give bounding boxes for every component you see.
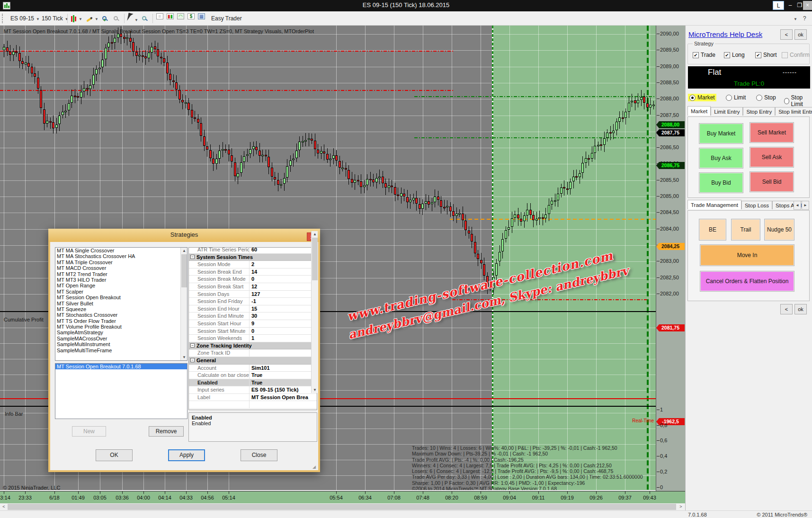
property-row[interactable]: ATR Time Series Peric60 xyxy=(189,247,317,254)
property-value[interactable]: 0 xyxy=(250,276,317,283)
instrument-selector[interactable]: ES 09-15▼ xyxy=(10,13,40,24)
tab-stop-entry[interactable]: Stop Entry xyxy=(743,107,775,116)
property-row[interactable]: Session Days127 xyxy=(189,291,317,298)
strategy-list-item[interactable]: MT Scalper xyxy=(55,289,187,295)
property-value[interactable] xyxy=(250,401,317,408)
panel-back-button[interactable]: < xyxy=(780,29,793,40)
property-value[interactable]: 1 xyxy=(250,335,317,342)
property-row[interactable]: Session End Friday-1 xyxy=(189,298,317,305)
period-selector[interactable]: 150 Tick▼ xyxy=(42,13,69,24)
property-row[interactable]: AccountSim101 xyxy=(189,365,317,372)
mgmt-button-trail[interactable]: Trail xyxy=(731,219,760,241)
available-strategies-list[interactable]: MT MA Single CrossoverMT MA Stochastics … xyxy=(55,247,187,361)
property-row[interactable] xyxy=(189,401,317,409)
property-value[interactable]: Sim101 xyxy=(250,365,317,372)
strategy-list-item[interactable]: MT Session Open Breakout xyxy=(55,295,187,300)
tab-limit-entry[interactable]: Limit Entry xyxy=(711,107,743,116)
property-row[interactable]: EnabledTrue xyxy=(189,379,317,387)
drawing-tools-button[interactable]: ▼ xyxy=(86,13,98,24)
strategy-list-item[interactable]: MT Silver Bullet xyxy=(55,301,187,306)
horizontal-scrollbar[interactable]: < > xyxy=(0,503,685,510)
price-axis[interactable]: 2090,002089,502089,002088,502088,002087,… xyxy=(656,26,685,491)
radio-stop-limit[interactable]: Stop Limit xyxy=(783,94,812,108)
radio-limit[interactable]: Limit xyxy=(724,94,747,101)
tab-stop-limit-entry[interactable]: Stop limit Entry xyxy=(775,107,812,116)
checkbox-long[interactable]: ✔Long xyxy=(724,52,745,58)
sell-button-2[interactable]: Sell Ask xyxy=(750,147,794,168)
property-value[interactable]: 30 xyxy=(250,313,317,320)
property-row[interactable]: Session End Minute30 xyxy=(189,313,317,320)
strategy-list-item[interactable]: MT MA Stochastics Crossover HA xyxy=(55,253,187,259)
strategy-list-item[interactable]: SampleMACrossOver xyxy=(55,336,187,341)
property-row[interactable]: Session End Hour15 xyxy=(189,305,317,313)
property-value[interactable]: True xyxy=(250,372,317,379)
breakout-mid-line[interactable] xyxy=(414,137,656,138)
property-value[interactable]: -1 xyxy=(250,298,317,305)
tab-trade-management[interactable]: Trade Management xyxy=(687,200,741,209)
checkbox-confirm[interactable]: Confirm xyxy=(782,52,810,58)
data-box-button[interactable] xyxy=(142,13,146,24)
strategy-list-item[interactable]: SampleMultiInstrument xyxy=(55,341,187,347)
property-row[interactable]: Calculate on bar closeTrue xyxy=(189,372,317,379)
property-value[interactable]: ES 09-15 (150 Tick) xyxy=(250,386,317,393)
resize-grip[interactable]: ◢ xyxy=(312,464,317,469)
minimize-button[interactable]: – xyxy=(786,1,794,10)
property-value[interactable]: 15 xyxy=(250,305,317,313)
dollar-icon[interactable]: $ xyxy=(187,13,195,19)
tab-scroll-right[interactable]: ► xyxy=(802,201,809,210)
property-row[interactable]: LabelMT Session Open Brea xyxy=(189,394,317,402)
help-desk-link[interactable]: MicroTrends Help Desk xyxy=(688,30,762,38)
collapse-icon[interactable]: − xyxy=(190,255,195,259)
new-button[interactable]: New xyxy=(72,426,106,437)
property-value[interactable]: 2 xyxy=(250,261,317,268)
property-row[interactable]: Session Weekends1 xyxy=(189,335,317,342)
tab-market[interactable]: Market xyxy=(687,106,711,116)
scroll-left-arrow[interactable]: < xyxy=(0,503,8,510)
panel-ok-button-2[interactable]: ok xyxy=(794,304,807,314)
strategy-list-item[interactable]: MT Stochastics Crossover xyxy=(55,312,187,318)
property-value[interactable]: 9 xyxy=(250,320,317,327)
strategy-list-item[interactable]: MT MACD Crossover xyxy=(55,265,187,271)
buy-button-1[interactable]: Buy Market xyxy=(699,123,743,144)
radio-stop[interactable]: Stop xyxy=(755,94,777,101)
strategy-list-item[interactable]: MT TS Order Flow Trader xyxy=(55,318,187,324)
strategy-list-item[interactable]: MT MA Triple Crossover xyxy=(55,259,187,265)
sell-button-3[interactable]: Sell Bid xyxy=(750,171,794,192)
dialog-title-bar[interactable]: Strategies xyxy=(48,229,320,242)
entry-price-line[interactable] xyxy=(450,219,656,220)
remove-button[interactable]: Remove xyxy=(149,426,184,437)
property-row[interactable]: Session Break Start12 xyxy=(189,283,317,291)
panel-collapse-button[interactable]: ▼ xyxy=(792,13,797,24)
tab-stop-loss[interactable]: Stop Loss xyxy=(741,201,772,209)
chart-style-button[interactable]: ▼ xyxy=(71,13,82,24)
strategy-list-item[interactable]: MT MT3 HILO Trader xyxy=(55,277,187,283)
checkbox-trade[interactable]: ✔Trade xyxy=(693,52,715,58)
property-row[interactable]: Input seriesES 09-15 (150 Tick) xyxy=(189,386,317,394)
property-group-row[interactable]: −System Session Times xyxy=(189,254,317,261)
buy-button-2[interactable]: Buy Ask xyxy=(699,148,743,169)
cursor-mode-button[interactable]: ▼ xyxy=(128,13,138,24)
buy-button-3[interactable]: Buy Bid xyxy=(699,172,743,193)
snapshot-icon[interactable]: ◠ xyxy=(177,13,184,19)
property-value[interactable]: 0 xyxy=(250,328,317,335)
strategy-list-item[interactable]: SampleMultiTimeFrame xyxy=(55,348,187,353)
applied-strategy-item[interactable]: MT Session Open Breakout 7.0.1.68 xyxy=(55,364,187,369)
property-value[interactable]: 12 xyxy=(250,283,317,290)
resistance-line-lower[interactable] xyxy=(0,90,454,91)
collapse-icon[interactable]: − xyxy=(190,343,195,348)
scrollbar-thumb[interactable] xyxy=(8,504,676,510)
close-dialog-button[interactable]: Close xyxy=(241,449,277,461)
resistance-line-upper[interactable] xyxy=(0,51,454,52)
zoom-in-button[interactable] xyxy=(102,13,107,24)
property-row[interactable]: Zone Track ID xyxy=(189,349,317,357)
panel-ok-button[interactable]: ok xyxy=(794,29,807,40)
strategy-list-item[interactable]: MT Open Range xyxy=(55,283,187,288)
close-button[interactable]: × xyxy=(803,1,812,10)
cancel-flatten-button[interactable]: Cancel Orders & Flatten Position xyxy=(700,271,794,292)
property-value[interactable]: True xyxy=(250,379,317,386)
mgmt-button-be[interactable]: BE xyxy=(699,219,726,241)
apply-button[interactable]: Apply xyxy=(168,449,205,461)
strategy-list-item[interactable]: MT Squeeze xyxy=(55,306,187,312)
strategy-list-item[interactable]: MT Volume Profile Breakout xyxy=(55,324,187,330)
zoom-out-button[interactable] xyxy=(114,13,118,24)
